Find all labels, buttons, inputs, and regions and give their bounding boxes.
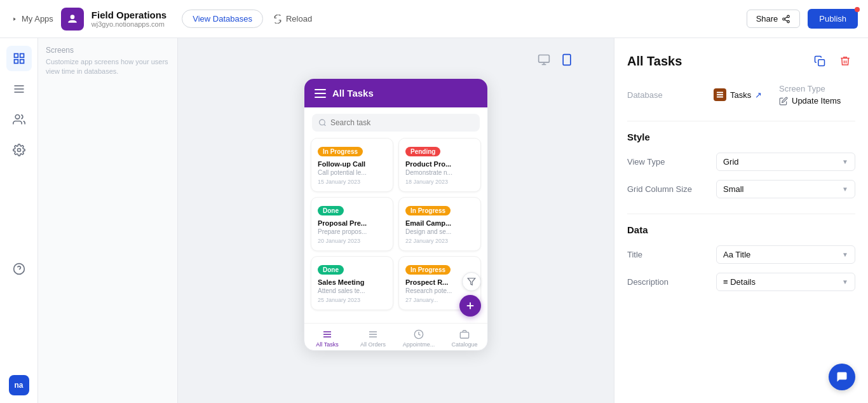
right-panel-header: All Tasks [627, 51, 855, 71]
chevron-down-icon-4: ▼ [842, 278, 848, 285]
tasks-grid: In Progress Follow-up Call Call potentia… [304, 138, 487, 317]
chevron-down-icon-3: ▼ [842, 251, 848, 258]
svg-line-5 [785, 17, 787, 18]
bottom-nav: All Tasks All Orders Appointme... Catalo… [304, 323, 487, 350]
view-type-row: View Type Grid ▼ [627, 153, 855, 171]
nav-item-all-tasks[interactable]: All Tasks [304, 329, 350, 348]
chat-support-button[interactable] [829, 364, 855, 390]
sidebar-icon-users[interactable] [6, 107, 32, 132]
topbar: My Apps Field Operations wj3gyo.notionap… [0, 0, 868, 38]
phone-screen-title: All Tasks [332, 88, 374, 99]
nav-label: Catalogue [451, 341, 477, 348]
main-layout: na Screens Customize app screens how you… [0, 38, 868, 403]
phone-frame: All Tasks In Progress Follow-up Call Cal… [304, 78, 488, 351]
task-date: 25 January 2023 [318, 297, 386, 303]
svg-point-14 [17, 149, 20, 152]
task-card[interactable]: Done Proposal Pre... Prepare propos... 2… [311, 197, 393, 251]
title-label: Title [627, 250, 716, 259]
nav-label: All Orders [360, 341, 386, 348]
status-badge: Pending [405, 147, 440, 156]
topbar-center: View Databases Reload [182, 10, 312, 28]
search-box[interactable] [312, 114, 480, 132]
grid-column-size-row: Grid Column Size Small ▼ [627, 180, 855, 198]
status-badge: Done [318, 206, 344, 215]
reload-label: Reload [286, 14, 312, 24]
nav-icon [367, 329, 379, 340]
phone-header: All Tasks [304, 79, 487, 107]
database-label: Database [627, 90, 703, 100]
description-row: Description ≡ Details ▼ [627, 273, 855, 291]
share-button[interactable]: Share [747, 10, 801, 28]
my-apps-label: My Apps [22, 14, 53, 24]
svg-rect-7 [20, 54, 24, 58]
nav-item-catalogue[interactable]: Catalogue [442, 329, 487, 348]
right-panel-actions [810, 51, 855, 71]
title-select[interactable]: Aa Title ▼ [716, 245, 855, 264]
mobile-view-button[interactable] [558, 51, 576, 71]
sidebar-icon-help[interactable] [6, 256, 32, 282]
search-input[interactable] [330, 118, 473, 127]
svg-rect-8 [14, 60, 18, 64]
desktop-view-button[interactable] [535, 51, 553, 71]
svg-point-0 [71, 15, 75, 19]
chevron-down-icon-2: ▼ [842, 186, 848, 193]
status-badge: Done [318, 265, 344, 275]
screens-panel-description: Customize app screens how your users vie… [46, 57, 170, 77]
add-task-fab[interactable] [459, 295, 481, 317]
svg-rect-35 [818, 60, 825, 66]
nav-icon [413, 329, 424, 340]
device-toggle [535, 51, 576, 71]
task-title: Email Camp... [405, 219, 474, 227]
task-description: Prepare propos... [318, 228, 386, 235]
screens-panel: Screens Customize app screens how your u… [38, 38, 178, 403]
divider-1 [627, 121, 855, 121]
description-select[interactable]: ≡ Details ▼ [716, 273, 855, 291]
database-name: Tasks [730, 90, 751, 100]
grid-column-size-select[interactable]: Small ▼ [716, 180, 855, 198]
database-section: Database Tasks ↗ Screen Type Update Item… [627, 84, 855, 106]
right-panel: All Tasks Database Tasks ↗ [614, 38, 868, 403]
data-section-title: Data [627, 224, 855, 235]
task-card[interactable]: Pending Product Pro... Demonstrate n... … [398, 138, 481, 192]
task-description: Research pote... [405, 287, 474, 294]
task-card[interactable]: In Progress Email Camp... Design and se.… [398, 197, 481, 251]
task-date: 22 January 2023 [405, 238, 474, 244]
nav-icon [322, 329, 333, 340]
data-section: Data Title Aa Title ▼ Description ≡ Deta… [627, 224, 855, 291]
svg-rect-38 [717, 97, 723, 98]
duplicate-button[interactable] [810, 51, 830, 71]
hamburger-menu[interactable] [315, 89, 326, 98]
title-row: Title Aa Title ▼ [627, 245, 855, 264]
task-card[interactable]: In Progress Follow-up Call Call potentia… [311, 138, 393, 192]
filter-button[interactable] [462, 272, 481, 291]
sidebar-icon-screens[interactable] [6, 46, 32, 71]
canvas-area: All Tasks In Progress Follow-up Call Cal… [178, 38, 614, 403]
screen-type-value: Update Items [792, 96, 841, 106]
app-name: Field Operations [92, 10, 166, 20]
task-card[interactable]: Done Sales Meeting Attend sales te... 25… [311, 256, 393, 310]
sidebar-icon-menu[interactable] [6, 76, 32, 102]
nav-label: Appointme... [403, 341, 435, 348]
task-description: Demonstrate n... [405, 169, 474, 176]
svg-point-3 [787, 20, 790, 23]
nav-item-appointme...[interactable]: Appointme... [396, 329, 442, 348]
delete-button[interactable] [835, 51, 855, 71]
sidebar-icon-settings[interactable] [6, 137, 32, 163]
reload-button[interactable]: Reload [273, 14, 312, 24]
svg-marker-24 [468, 278, 475, 285]
style-section-title: Style [627, 132, 855, 142]
view-databases-button[interactable]: View Databases [182, 10, 263, 28]
grid-column-size-label: Grid Column Size [627, 184, 716, 194]
external-link-icon[interactable]: ↗ [755, 90, 762, 100]
search-bar [304, 107, 487, 138]
nav-item-all-orders[interactable]: All Orders [350, 329, 396, 348]
screens-panel-title: Screens [46, 46, 170, 55]
publish-button[interactable]: Publish [808, 9, 858, 29]
na-badge[interactable]: na [9, 375, 29, 395]
search-icon [318, 118, 327, 127]
my-apps-button[interactable]: My Apps [10, 14, 53, 24]
app-info: Field Operations wj3gyo.notionapps.com [92, 10, 166, 28]
description-label: Description [627, 277, 716, 287]
database-icon [714, 88, 726, 101]
view-type-select[interactable]: Grid ▼ [716, 153, 855, 171]
